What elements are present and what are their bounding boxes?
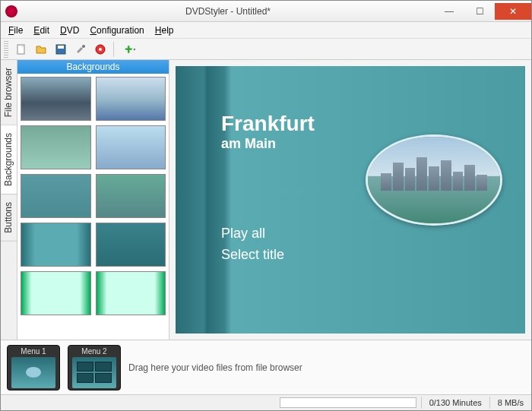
menu-help[interactable]: Help — [150, 24, 179, 37]
app-icon — [5, 5, 17, 17]
dvd-menu-canvas[interactable]: Frankfurt am Main Play all Select title — [176, 66, 525, 334]
side-tabs: File browser Backgrounds Buttons — [1, 60, 17, 340]
dvd-image-oval[interactable] — [366, 134, 502, 226]
dvd-title-line2[interactable]: am Main — [221, 136, 276, 152]
menu-file[interactable]: File — [4, 24, 27, 37]
svg-rect-2 — [58, 46, 64, 49]
dvd-play-all[interactable]: Play all — [221, 226, 265, 242]
timeline-panel[interactable]: Menu 1 Menu 2 Drag here your video files… — [1, 340, 531, 394]
burn-button[interactable] — [92, 41, 109, 58]
main-area: File browser Backgrounds Buttons Backgro… — [1, 60, 531, 340]
status-progress — [280, 397, 416, 408]
tab-buttons[interactable]: Buttons — [1, 194, 17, 242]
menu-configuration[interactable]: Configuration — [85, 24, 148, 37]
backgrounds-header: Backgrounds — [17, 60, 169, 74]
bg-thumb[interactable] — [96, 77, 166, 121]
tab-backgrounds[interactable]: Backgrounds — [1, 125, 17, 194]
svg-point-5 — [99, 48, 102, 51]
save-button[interactable] — [52, 41, 69, 58]
settings-button[interactable] — [72, 41, 89, 58]
menubar: File Edit DVD Configuration Help — [1, 22, 531, 39]
bg-thumb[interactable] — [96, 271, 166, 315]
bg-thumb[interactable] — [96, 125, 166, 169]
svg-point-3 — [82, 45, 85, 48]
window-title: DVDStyler - Untitled* — [22, 6, 434, 17]
bg-thumb[interactable] — [21, 125, 91, 169]
menu-edit[interactable]: Edit — [29, 24, 54, 37]
statusbar: 0/130 Minutes 8 MB/s — [1, 394, 531, 410]
backgrounds-grid — [17, 74, 169, 340]
timeline-menu-thumb[interactable]: Menu 1 — [7, 345, 60, 390]
status-time: 0/130 Minutes — [421, 397, 489, 409]
bg-thumb[interactable] — [21, 174, 91, 218]
new-button[interactable] — [13, 41, 30, 58]
maximize-button[interactable]: ☐ — [464, 3, 495, 20]
timeline-menu-label: Menu 1 — [21, 347, 46, 356]
toolbar-grip[interactable] — [4, 41, 8, 58]
add-button[interactable] — [119, 41, 143, 58]
tab-file-browser[interactable]: File browser — [1, 60, 17, 125]
svg-rect-7 — [125, 48, 132, 49]
toolbar — [1, 39, 531, 60]
timeline-menu-label: Menu 2 — [81, 347, 106, 356]
preview-panel: Frankfurt am Main Play all Select title — [169, 60, 531, 340]
close-button[interactable]: ✕ — [495, 3, 531, 20]
bg-thumb[interactable] — [96, 174, 166, 218]
dvd-select-title[interactable]: Select title — [221, 247, 284, 263]
status-rate: 8 MB/s — [489, 397, 531, 409]
bg-thumb[interactable] — [21, 77, 91, 121]
minimize-button[interactable]: — — [434, 3, 464, 20]
titlebar: DVDStyler - Untitled* — ☐ ✕ — [1, 1, 531, 22]
bg-thumb[interactable] — [96, 223, 166, 267]
timeline-drop-hint: Drag here your video files from file bro… — [128, 362, 302, 373]
bg-thumb[interactable] — [21, 223, 91, 267]
bg-thumb[interactable] — [21, 271, 91, 315]
open-button[interactable] — [33, 41, 49, 58]
backgrounds-panel: Backgrounds — [17, 60, 169, 340]
timeline-menu-thumb[interactable]: Menu 2 — [68, 345, 121, 390]
dvd-title-line1[interactable]: Frankfurt — [221, 112, 315, 136]
menu-dvd[interactable]: DVD — [55, 24, 84, 37]
